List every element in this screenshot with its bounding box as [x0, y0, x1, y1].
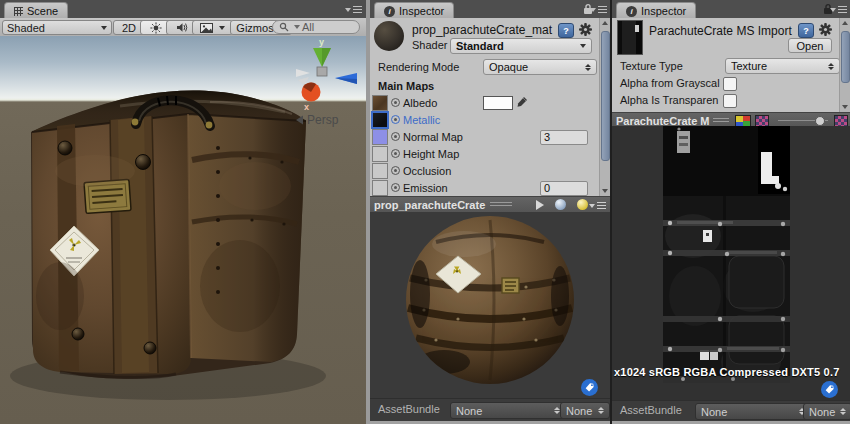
emission-label: Emission: [403, 182, 448, 194]
preview-title: prop_parachuteCrate: [374, 199, 485, 211]
material-preview-sphere[interactable]: [406, 216, 574, 384]
texture-target-icon[interactable]: [391, 98, 400, 107]
texture-thumbnail[interactable]: [617, 20, 643, 55]
rendering-mode-label: Rendering Mode: [378, 61, 459, 73]
tab-inspector-material[interactable]: i Inspector: [374, 2, 454, 19]
assetbundle-row: AssetBundle None None: [612, 400, 850, 422]
scroll-down-icon[interactable]: [602, 189, 608, 193]
texture-inspector-panel: i Inspector ParachuteCrate MS Import ?: [612, 0, 850, 424]
gizmo-projection-label[interactable]: Persp: [307, 113, 339, 127]
alpha-from-grayscale-checkbox[interactable]: [723, 77, 737, 91]
material-preview-area[interactable]: [370, 212, 610, 398]
albedo-texture-thumbnail[interactable]: [372, 95, 388, 111]
asset-labels-icon[interactable]: [821, 381, 838, 398]
assetbundle-label: AssetBundle: [378, 403, 440, 415]
chevron-down-icon: [590, 8, 596, 12]
occlusion-texture-thumbnail[interactable]: [372, 163, 388, 179]
tab-inspector-texture[interactable]: i Inspector: [616, 2, 696, 19]
texture-target-icon[interactable]: [391, 183, 400, 192]
gear-icon[interactable]: [819, 23, 832, 36]
shader-dropdown[interactable]: Standard: [450, 38, 592, 54]
asset-labels-icon[interactable]: [581, 379, 598, 396]
texture-info-text: x1024 sRGB RGBA Compressed DXT5 0.7: [614, 366, 839, 378]
preview-menu-icon[interactable]: [589, 202, 606, 209]
preview-light-icon[interactable]: [577, 199, 588, 210]
texture-target-icon[interactable]: [391, 115, 400, 124]
texture-target-icon[interactable]: [391, 149, 400, 158]
preview-sphere-icon[interactable]: [555, 199, 566, 210]
shading-mode-label: Shaded: [7, 22, 95, 34]
scrollbar-thumb[interactable]: [601, 31, 610, 161]
height-map-texture-thumbnail[interactable]: [372, 146, 388, 162]
normal-map-value-field[interactable]: 3: [540, 130, 588, 145]
image-icon: [200, 23, 213, 33]
effects-dropdown-button[interactable]: [192, 20, 233, 35]
alpha-is-transparency-checkbox[interactable]: [723, 94, 737, 108]
scrollbar-thumb[interactable]: [841, 31, 850, 83]
orientation-gizmo[interactable]: y x Persp: [296, 37, 357, 127]
shading-mode-dropdown[interactable]: Shaded: [2, 20, 112, 35]
texture-import-header: ParachuteCrate MS Import ? Open: [612, 18, 840, 57]
help-icon[interactable]: ?: [558, 23, 574, 38]
assetbundle-variant-value: None: [809, 406, 837, 418]
texture-target-icon[interactable]: [391, 166, 400, 175]
rendering-mode-dropdown[interactable]: Opaque: [483, 59, 597, 75]
material-sphere-thumbnail[interactable]: [374, 21, 404, 51]
menu-lines-icon: [353, 6, 362, 13]
inspector-window-menu-icon[interactable]: [590, 6, 607, 13]
inspector-window-menu-icon[interactable]: [830, 6, 847, 13]
alpha-is-transparency-label: Alpha Is Transparen: [620, 94, 718, 106]
open-button[interactable]: Open: [788, 38, 832, 53]
texture-target-icon[interactable]: [391, 132, 400, 141]
assetbundle-variant-dropdown[interactable]: None: [560, 402, 610, 419]
scene-search-input[interactable]: All: [272, 20, 360, 34]
grid-icon: [14, 7, 23, 16]
inspector-tab-label: Inspector: [641, 5, 686, 17]
gizmo-x-label[interactable]: x: [304, 102, 309, 112]
menu-lines-icon: [838, 6, 847, 13]
assetbundle-value: None: [701, 406, 796, 418]
texture-preview-image: [663, 126, 790, 383]
eyedropper-icon[interactable]: [516, 96, 528, 108]
texture-type-value: Texture: [731, 60, 825, 72]
gizmo-y-label[interactable]: y: [319, 37, 324, 47]
drag-handle-icon[interactable]: [490, 202, 512, 207]
albedo-color-swatch[interactable]: [483, 96, 513, 110]
metallic-texture-thumbnail[interactable]: [372, 112, 388, 128]
assetbundle-dropdown[interactable]: None: [695, 403, 811, 420]
crate-3d-object[interactable]: y x Persp: [0, 36, 366, 424]
normal-map-texture-thumbnail[interactable]: [372, 129, 388, 145]
drag-handle-icon[interactable]: [713, 118, 729, 123]
help-icon[interactable]: ?: [798, 23, 814, 38]
emission-texture-thumbnail[interactable]: [372, 180, 388, 196]
texture-thumb-highlight: [635, 25, 639, 32]
emission-value-field[interactable]: 0: [540, 181, 588, 196]
gizmos-label: Gizmos: [236, 22, 273, 34]
material-title: prop_parachuteCrate_mat: [412, 23, 552, 37]
scene-viewport[interactable]: y x Persp: [0, 36, 366, 424]
gear-icon[interactable]: [579, 23, 592, 36]
scene-tab-label: Scene: [27, 5, 58, 17]
chevron-down-icon: [830, 8, 836, 12]
speaker-icon: [176, 22, 188, 33]
inspector-scrollbar[interactable]: [839, 18, 850, 112]
sun-icon: [150, 22, 162, 34]
occlusion-label: Occlusion: [403, 165, 451, 177]
assetbundle-dropdown[interactable]: None: [450, 402, 566, 419]
texture-preview-area[interactable]: x1024 sRGB RGBA Compressed DXT5 0.7: [612, 126, 850, 400]
texture-import-settings: Texture Type Texture Alpha from Grayscal…: [612, 56, 840, 112]
play-icon[interactable]: [536, 200, 544, 210]
texture-type-dropdown[interactable]: Texture: [725, 58, 840, 74]
inspector-scrollbar[interactable]: [599, 18, 610, 196]
scene-panel: Scene Shaded 2D: [0, 0, 366, 424]
tab-scene[interactable]: Scene: [4, 2, 68, 19]
mip-slider-knob[interactable]: [815, 116, 825, 126]
assetbundle-variant-dropdown[interactable]: None: [803, 403, 850, 420]
map-row-occlusion: Occlusion: [370, 163, 600, 180]
material-preview-header[interactable]: prop_parachuteCrate: [370, 196, 610, 213]
scroll-up-icon[interactable]: [842, 21, 848, 25]
scroll-down-icon[interactable]: [842, 105, 848, 109]
map-row-metallic: Metallic: [370, 112, 600, 129]
scroll-up-icon[interactable]: [602, 21, 608, 25]
scene-window-menu-icon[interactable]: [345, 6, 362, 13]
